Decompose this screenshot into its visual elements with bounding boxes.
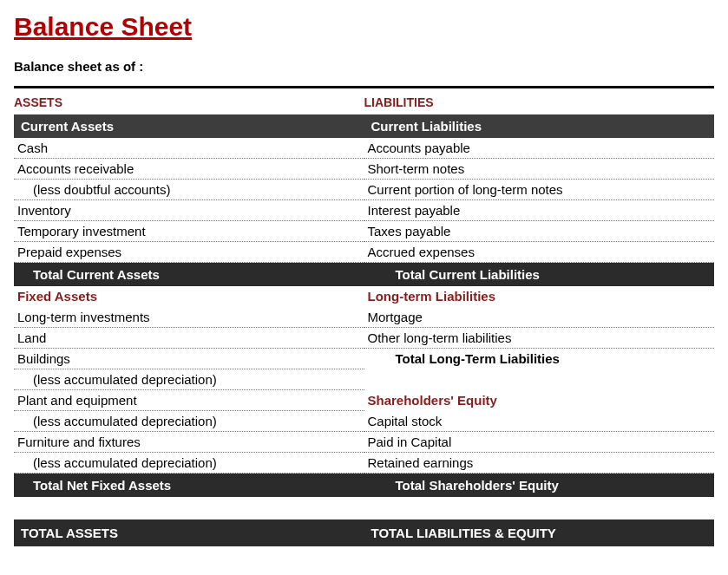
line-item: Mortgage (364, 307, 715, 328)
line-item: Current portion of long-term notes (364, 180, 715, 200)
line-item: Buildings (14, 349, 364, 369)
line-item: Accounts receivable (14, 159, 364, 180)
line-item: Furniture and fixtures (14, 432, 364, 453)
line-item: Long-term investments (14, 307, 364, 328)
line-item: Plant and equipment (14, 390, 364, 411)
line-item: Interest payable (364, 200, 715, 221)
fixed-assets-col: Fixed Assets Long-term investments Land … (14, 286, 364, 474)
total-assets: TOTAL ASSETS (14, 519, 364, 546)
total-liabilities-equity: TOTAL LIABILITIES & EQUITY (364, 519, 715, 546)
line-item: Taxes payable (364, 221, 715, 242)
total-current-liabilities: Total Current Liabilities (364, 263, 715, 286)
spacer (364, 369, 715, 390)
line-item: Accrued expenses (364, 242, 715, 263)
current-liabilities-header: Current Liabilities (364, 114, 715, 138)
page-title: Balance Sheet (14, 12, 714, 42)
line-item: Paid in Capital (364, 432, 715, 453)
total-fixed-equity-bar: Total Net Fixed Assets Total Shareholder… (14, 474, 714, 497)
section-labels-row: ASSETS LIABILITIES (14, 90, 714, 114)
total-longterm-liabilities: Total Long-Term Liabilities (364, 349, 715, 369)
line-item: Land (14, 328, 364, 349)
lower-rows: Fixed Assets Long-term investments Land … (14, 286, 714, 474)
liab-equity-col: Long-term Liabilities Mortgage Other lon… (364, 286, 715, 474)
line-item: (less accumulated depreciation) (14, 453, 364, 474)
line-item: Temporary investment (14, 221, 364, 242)
grand-total-bar: TOTAL ASSETS TOTAL LIABILITIES & EQUITY (14, 519, 714, 546)
current-assets-header: Current Assets (14, 114, 364, 138)
total-current-bar: Total Current Assets Total Current Liabi… (14, 263, 714, 286)
fixed-assets-header: Fixed Assets (14, 286, 364, 307)
top-rule (14, 86, 714, 88)
total-shareholders-equity: Total Shareholders' Equity (364, 474, 715, 497)
assets-label: ASSETS (14, 90, 364, 114)
line-item: (less accumulated depreciation) (14, 411, 364, 432)
current-header-bar: Current Assets Current Liabilities (14, 114, 714, 138)
as-of-label: Balance sheet as of : (14, 59, 714, 74)
current-liabilities-col: Accounts payable Short-term notes Curren… (364, 138, 715, 263)
total-current-assets: Total Current Assets (14, 263, 364, 286)
line-item: Inventory (14, 200, 364, 221)
line-item: Prepaid expenses (14, 242, 364, 263)
line-item: (less doubtful accounts) (14, 180, 364, 200)
line-item: (less accumulated depreciation) (14, 369, 364, 390)
longterm-liab-header: Long-term Liabilities (364, 286, 715, 307)
line-item: Retained earnings (364, 453, 715, 474)
line-item: Capital stock (364, 411, 715, 432)
equity-header: Shareholders' Equity (364, 390, 715, 411)
line-item: Other long-term liabilities (364, 328, 715, 349)
line-item: Accounts payable (364, 138, 715, 159)
line-item: Cash (14, 138, 364, 159)
current-rows: Cash Accounts receivable (less doubtful … (14, 138, 714, 263)
line-item: Short-term notes (364, 159, 715, 180)
current-assets-col: Cash Accounts receivable (less doubtful … (14, 138, 364, 263)
total-net-fixed-assets: Total Net Fixed Assets (14, 474, 364, 497)
liabilities-label: LIABILITIES (364, 90, 715, 114)
